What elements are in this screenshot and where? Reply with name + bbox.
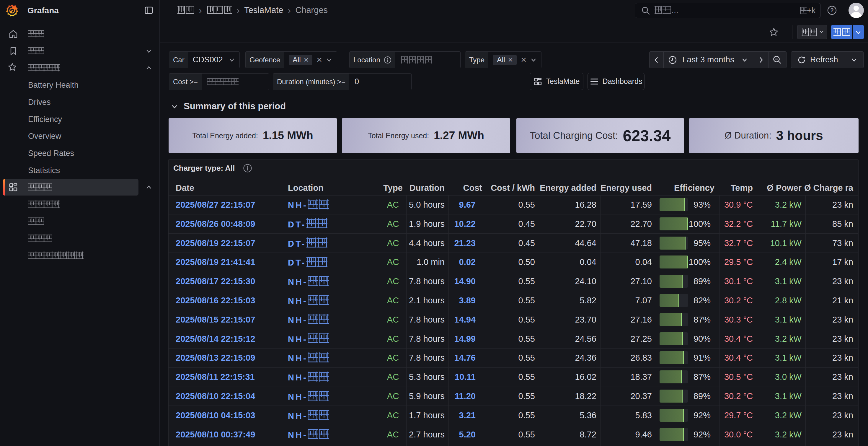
svg-text:?: ? xyxy=(830,7,834,13)
